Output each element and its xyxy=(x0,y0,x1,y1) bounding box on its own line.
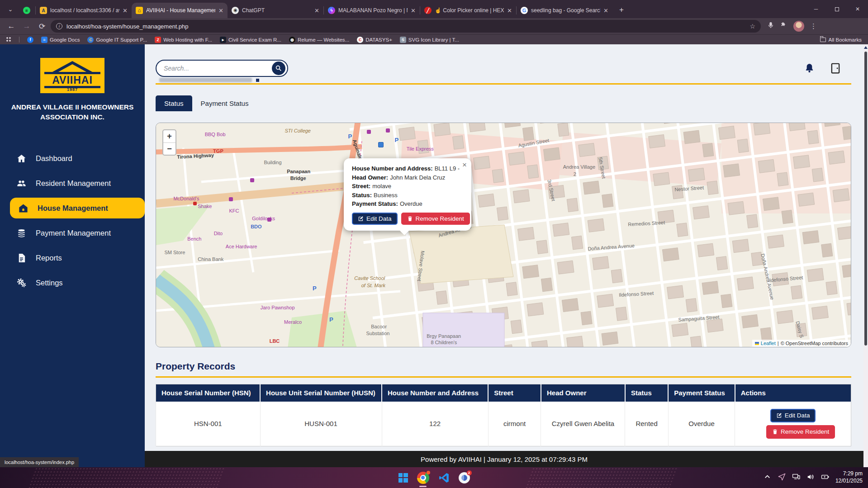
chrome-taskbar-icon[interactable] xyxy=(417,472,429,484)
cell-hsn: HSN-001 xyxy=(156,402,261,446)
facebook-icon xyxy=(27,37,33,43)
new-tab-button[interactable]: + xyxy=(615,4,628,16)
all-bookmarks-button[interactable]: All Bookmarks xyxy=(820,37,862,43)
search-button[interactable] xyxy=(272,62,285,75)
logo-title: AVIIHAI xyxy=(44,72,100,88)
tray-chevron-icon[interactable] xyxy=(763,473,772,483)
tab-close-icon[interactable]: ✕ xyxy=(411,7,416,14)
leaflet-map[interactable]: BBQ BobTGPTirona HighwaySTI CollegeBuild… xyxy=(156,123,851,347)
bookmark-svg-icon-library-t-[interactable]: SVG Icon Library | T... xyxy=(400,37,459,43)
bookmark-google-it-support-p-[interactable]: Google IT Support P... xyxy=(87,37,147,43)
start-button[interactable] xyxy=(398,473,408,483)
back-button[interactable]: ← xyxy=(5,22,18,31)
taskbar-clock[interactable]: 7:29 pm 12/01/2025 xyxy=(835,470,863,484)
map-popup: × House Number and Address:BL11 L9 -Head… xyxy=(344,158,471,231)
zoom-in-button[interactable]: + xyxy=(163,130,175,142)
sidebar-item-house-management[interactable]: House Management xyxy=(10,198,145,218)
remove-resident-button[interactable]: Remove Resident xyxy=(766,425,835,439)
tab-close-icon[interactable]: ✕ xyxy=(123,7,128,14)
map-label: Jaro Pawnshop xyxy=(261,305,295,310)
tab-payment-status[interactable]: Payment Status xyxy=(192,95,257,111)
taskbar: 2 7:29 pm 12/01/2025 xyxy=(0,467,868,488)
tab-close-icon[interactable]: ✕ xyxy=(603,7,608,14)
scrollbar-up-arrow[interactable] xyxy=(864,46,868,49)
tab-close-icon[interactable]: ✕ xyxy=(218,7,223,14)
map-label: STI College xyxy=(285,128,311,133)
browser-tab-aviihai-house-management[interactable]: AVIIHAI - House Management✕ xyxy=(132,3,228,18)
tab-close-icon[interactable]: ✕ xyxy=(507,7,512,14)
share-arrow-icon[interactable] xyxy=(778,473,786,483)
bookmark-relume-websites-[interactable]: Relume — Websites... xyxy=(289,37,349,43)
popup-edit-data-button[interactable]: Edit Data xyxy=(352,213,398,225)
map-label: Ace Hardware xyxy=(226,244,257,249)
tab-title: ChatGPT xyxy=(242,7,311,14)
popup-close-icon[interactable]: × xyxy=(462,161,467,170)
folder-icon xyxy=(820,38,826,42)
bookmark-google-docs[interactable]: Google Docs xyxy=(41,37,80,43)
forward-button[interactable]: → xyxy=(20,22,33,31)
sidebar-item-dashboard[interactable]: Dashboard xyxy=(0,148,145,169)
search-input[interactable] xyxy=(164,65,272,72)
cell-actions: Edit DataRemove Resident xyxy=(735,402,851,446)
browser-tab-malabanan-pozo-negro-me[interactable]: MALABANAN Pozo Negro | Me✕ xyxy=(324,3,420,18)
scrollbar-thumb[interactable] xyxy=(864,52,867,346)
browser-tab--color-picker-online-hex-co[interactable]: ☝ Color Picker online | HEX Co✕ xyxy=(420,3,516,18)
leaflet-link[interactable]: Leaflet xyxy=(761,341,776,346)
mic-icon[interactable] xyxy=(767,22,774,31)
tab-close-icon[interactable]: ✕ xyxy=(314,7,319,14)
bookmark-web-hosting-with-f-[interactable]: Web Hosting with F... xyxy=(155,37,212,43)
volume-icon[interactable] xyxy=(806,473,815,483)
browser-tab-seedling-bag-google-search[interactable]: seedling bag - Google Search✕ xyxy=(517,3,612,18)
window-controls: ─ ✕ xyxy=(806,0,868,18)
notifications-bell-icon[interactable] xyxy=(804,63,815,76)
bookmark-datasys-[interactable]: DATASYS+ xyxy=(357,37,392,43)
reload-button[interactable]: ⟳ xyxy=(35,22,49,31)
tab-search-button[interactable]: ⌄ xyxy=(5,3,16,15)
gold-divider-2 xyxy=(156,376,851,378)
browser-tab-spotify[interactable] xyxy=(18,3,35,18)
sidebar-item-label: Dashboard xyxy=(36,154,72,163)
close-button[interactable]: ✕ xyxy=(847,0,868,18)
sidebar-item-resident-management[interactable]: Resident Management xyxy=(0,173,145,194)
edit-data-button[interactable]: Edit Data xyxy=(770,409,816,422)
apps-grid-icon[interactable] xyxy=(6,37,11,42)
sidebar-item-payment-management[interactable]: Payment Management xyxy=(0,223,145,243)
bookmark-star-icon[interactable]: ☆ xyxy=(749,23,755,30)
popup-field: Street:molave xyxy=(352,182,463,191)
site-info-icon[interactable]: i xyxy=(56,23,62,29)
app-taskbar-icon[interactable]: 2 xyxy=(459,472,470,483)
browser-chrome: ⌄ localhost / localhost:3306 / aviil✕AVI… xyxy=(0,0,868,44)
colorpicker-favicon-icon xyxy=(424,7,432,14)
browser-menu-icon[interactable]: ⋮ xyxy=(810,22,817,30)
footer-text: Powered by AVIIHAI | January 12, 2025 at… xyxy=(421,455,588,463)
map-label: 2 xyxy=(574,172,576,177)
logo-year: 1987 xyxy=(40,87,104,92)
address-url: localhost/hoa-system/house_management.ph… xyxy=(66,23,189,30)
maximize-button[interactable] xyxy=(826,0,847,18)
network-display-icon[interactable] xyxy=(792,473,801,483)
sidebar-item-label: House Management xyxy=(38,204,108,213)
page-scrollbar[interactable] xyxy=(863,44,868,467)
vscode-taskbar-icon[interactable] xyxy=(438,472,450,483)
relume-icon xyxy=(289,37,295,43)
logout-door-icon[interactable] xyxy=(830,62,841,76)
popup-remove-resident-button[interactable]: Remove Resident xyxy=(401,213,470,225)
poi-icon xyxy=(229,197,233,201)
bookmark-civil-service-exam-r-[interactable]: Civil Service Exam R... xyxy=(220,37,281,43)
sidebar-item-reports[interactable]: Reports xyxy=(0,247,145,268)
map-label: Brgy Panapaan xyxy=(427,334,461,339)
map-label: Tile Express xyxy=(407,147,434,152)
bookmark-facebook[interactable] xyxy=(27,37,33,43)
extensions-puzzle-icon[interactable] xyxy=(780,22,787,31)
browser-tab-chatgpt[interactable]: ChatGPT✕ xyxy=(228,3,323,18)
profile-avatar[interactable] xyxy=(793,21,804,32)
column-header: House Unit Serial Number (HUSN) xyxy=(260,384,382,402)
sidebar-item-settings[interactable]: Settings xyxy=(0,272,145,293)
browser-tab-localhost-localhost-3306-aviil[interactable]: localhost / localhost:3306 / aviil✕ xyxy=(36,3,132,18)
address-bar[interactable]: i localhost/hoa-system/house_management.… xyxy=(51,20,761,33)
osm-attribution: © OpenStreetMap contributors xyxy=(781,341,848,346)
zoom-out-button[interactable]: − xyxy=(163,142,175,155)
minimize-button[interactable]: ─ xyxy=(806,0,826,18)
battery-icon[interactable] xyxy=(821,473,830,483)
tab-status[interactable]: Status xyxy=(156,95,192,111)
